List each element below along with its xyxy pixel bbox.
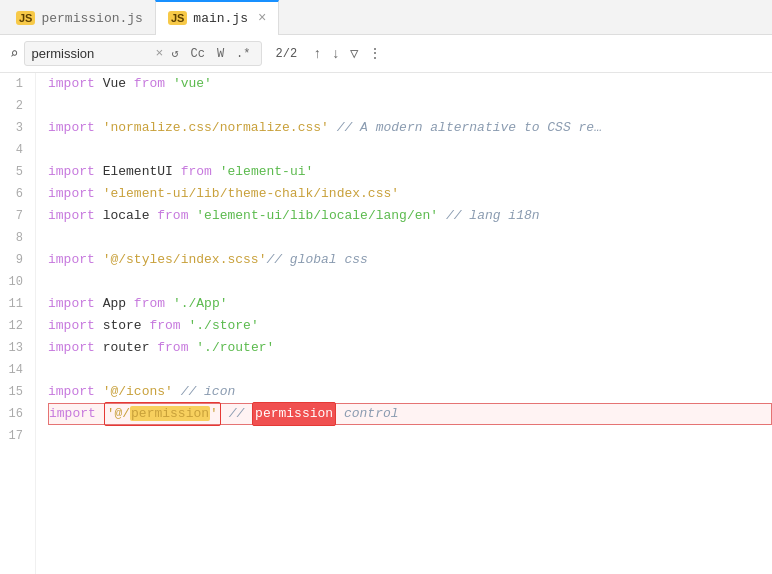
kw-import-13: import [48,337,95,359]
id-elementui: ElementUI [103,161,173,183]
kw-from-11: from [134,293,165,315]
kw-import-16: import [49,403,96,425]
line-num-1: 1 [8,73,23,95]
comment-16-slash: // [229,403,245,425]
str-permission: '@/permission' [107,406,218,421]
line-num-11: 11 [8,293,23,315]
code-line-8 [48,227,772,249]
kw-import-7: import [48,205,95,227]
search-filter-button[interactable]: ▽ [348,43,360,64]
comment-16-control: control [344,403,399,425]
code-content: import Vue from 'vue' import 'normalize.… [36,73,772,574]
code-line-5: import ElementUI from 'element-ui' [48,161,772,183]
code-line-15: import '@/icons' // icon [48,381,772,403]
str-store: './store' [188,315,258,337]
code-line-14 [48,359,772,381]
id-router: router [103,337,150,359]
str-styles: '@/styles/index.scss' [103,249,267,271]
kw-import-9: import [48,249,95,271]
tab-icon-permission: JS [16,11,35,25]
line-num-13: 13 [8,337,23,359]
line-num-5: 5 [8,161,23,183]
search-count: 2/2 [276,47,298,61]
regex-button[interactable]: .* [232,45,254,63]
kw-from-13: from [157,337,188,359]
search-toggle-icon[interactable]: ⌕ [10,45,18,62]
search-match-2-active: permission [252,402,336,426]
code-line-16: import '@/permission' // permission cont… [48,403,772,425]
id-app: App [103,293,126,315]
line-num-12: 12 [8,315,23,337]
str-router: './router' [196,337,274,359]
search-clear-button[interactable]: × [155,46,163,61]
kw-import-3: import [48,117,95,139]
code-line-1: import Vue from 'vue' [48,73,772,95]
code-line-11: import App from './App' [48,293,772,315]
kw-from-7: from [157,205,188,227]
tab-close-button[interactable]: × [258,10,266,26]
tab-label-permission: permission.js [41,11,142,26]
code-line-3: import 'normalize.css/normalize.css' // … [48,117,772,139]
code-line-13: import router from './router' [48,337,772,359]
code-line-6: import 'element-ui/lib/theme-chalk/index… [48,183,772,205]
tab-icon-main: JS [168,11,187,25]
search-input-wrap: × ↺ Cc W .* [24,41,261,66]
comment-3: // A modern alternative to CSS re… [337,117,602,139]
search-next-button[interactable]: ↓ [330,44,342,64]
tab-permission-js[interactable]: JS permission.js [4,0,155,35]
str-elementui: 'element-ui' [220,161,314,183]
code-line-2 [48,95,772,117]
kw-import-11: import [48,293,95,315]
id-locale: locale [103,205,150,227]
code-line-12: import store from './store' [48,315,772,337]
red-box-permission-str: '@/permission' [104,402,221,426]
kw-import-6: import [48,183,95,205]
kw-import-1: import [48,73,95,95]
search-bar: ⌕ × ↺ Cc W .* 2/2 ↑ ↓ ▽ ⋮ [0,35,772,73]
comment-15: // icon [181,381,236,403]
match-case-button[interactable]: Cc [186,45,208,63]
kw-import-5: import [48,161,95,183]
search-match-1: permission [130,406,210,421]
line-num-8: 8 [8,227,23,249]
whole-word-button[interactable]: W [213,45,228,63]
search-input[interactable] [31,46,151,61]
line-num-2: 2 [8,95,23,117]
kw-import-12: import [48,315,95,337]
code-line-9: import '@/styles/index.scss'// global cs… [48,249,772,271]
str-icons: '@/icons' [103,381,173,403]
refresh-icon[interactable]: ↺ [167,44,182,63]
tab-bar: JS permission.js JS main.js × [0,0,772,35]
line-num-14: 14 [8,359,23,381]
line-num-3: 3 [8,117,23,139]
str-app: './App' [173,293,228,315]
line-num-10: 10 [8,271,23,293]
str-vue: 'vue' [173,73,212,95]
id-vue: Vue [103,73,126,95]
str-chalk: 'element-ui/lib/theme-chalk/index.css' [103,183,399,205]
tab-main-js[interactable]: JS main.js × [155,0,279,35]
code-area: 1 2 3 4 5 6 7 8 9 10 11 12 13 14 15 16 1… [0,73,772,574]
line-num-9: 9 [8,249,23,271]
code-line-10 [48,271,772,293]
line-num-16: 16 [8,403,23,425]
str-locale: 'element-ui/lib/locale/lang/en' [196,205,438,227]
id-store: store [103,315,142,337]
kw-import-15: import [48,381,95,403]
kw-from-12: from [149,315,180,337]
kw-from-1: from [134,73,165,95]
str-normalize: 'normalize.css/normalize.css' [103,117,329,139]
line-num-15: 15 [8,381,23,403]
line-num-4: 4 [8,139,23,161]
tab-label-main: main.js [193,11,248,26]
code-line-4 [48,139,772,161]
search-more-button[interactable]: ⋮ [366,43,384,64]
line-num-6: 6 [8,183,23,205]
line-numbers: 1 2 3 4 5 6 7 8 9 10 11 12 13 14 15 16 1… [0,73,36,574]
comment-7: // lang i18n [446,205,540,227]
kw-from-5: from [181,161,212,183]
comment-9: // global css [266,249,367,271]
search-prev-button[interactable]: ↑ [311,44,323,64]
code-line-7: import locale from 'element-ui/lib/local… [48,205,772,227]
code-line-17 [48,425,772,447]
